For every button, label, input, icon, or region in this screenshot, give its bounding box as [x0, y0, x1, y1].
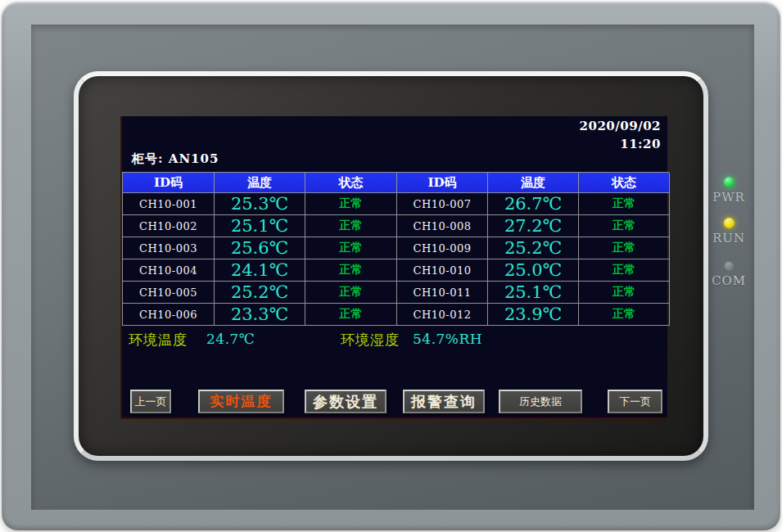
- table-header-cell: 状态: [579, 173, 670, 193]
- table-cell-status: 正常: [305, 215, 397, 237]
- realtime-temp-tab-button[interactable]: 实时温度: [198, 390, 284, 413]
- table-cell-id: CH10-008: [397, 215, 488, 237]
- led-block-com: COM: [704, 260, 753, 288]
- table-cell-id: CH10-003: [123, 237, 215, 259]
- table-cell-id: CH10-011: [397, 282, 488, 304]
- table-cell-status: 正常: [579, 193, 670, 215]
- table-cell-temp: 25.1℃: [215, 215, 305, 237]
- ambient-temp-label: 环境温度: [129, 331, 188, 349]
- table-header-cell: 状态: [305, 173, 397, 193]
- table-cell-status: 正常: [579, 304, 670, 326]
- table-header-cell: 温度: [488, 173, 579, 193]
- table-cell-temp: 24.1℃: [215, 259, 305, 282]
- table-cell-status: 正常: [305, 282, 397, 304]
- table-cell-id: CH10-005: [123, 282, 215, 304]
- table-cell-id: CH10-009: [397, 237, 488, 259]
- table-cell-status: 正常: [579, 282, 670, 304]
- table-cell-temp: 23.9℃: [488, 304, 579, 326]
- ambient-humidity-value: 54.7%RH: [413, 331, 482, 347]
- table-header-cell: ID码: [123, 173, 215, 193]
- table-cell-status: 正常: [305, 304, 397, 326]
- run-led-indicator: [724, 218, 735, 228]
- table-cell-status: 正常: [305, 237, 397, 259]
- table-cell-id: CH10-007: [397, 193, 488, 215]
- com-led-label: COM: [704, 273, 753, 288]
- history-data-button[interactable]: 历史数据: [499, 390, 582, 413]
- table-cell-status: 正常: [579, 215, 670, 237]
- hmi-device-chassis: PWR RUN COM 2020/09/02 11:20 柜号: AN105 I…: [2, 2, 780, 530]
- touchscreen-display[interactable]: 2020/09/02 11:20 柜号: AN105 ID码 温度 状态 ID码…: [120, 116, 667, 419]
- prev-page-button[interactable]: 上一页: [130, 390, 171, 413]
- table-cell-temp: 27.2℃: [488, 215, 579, 237]
- table-cell-status: 正常: [305, 259, 397, 282]
- ambient-temp-value: 24.7℃: [206, 331, 255, 347]
- table-cell-status: 正常: [579, 237, 670, 259]
- table-cell-temp: 25.6℃: [215, 237, 305, 259]
- run-led-label: RUN: [704, 231, 753, 246]
- table-cell-temp: 25.0℃: [488, 259, 579, 282]
- table-cell-id: CH10-004: [123, 259, 215, 282]
- table-cell-temp: 25.1℃: [488, 282, 579, 304]
- table-header-cell: ID码: [397, 173, 488, 193]
- table-cell-id: CH10-012: [397, 304, 488, 326]
- parameter-settings-button[interactable]: 参数设置: [305, 390, 386, 413]
- cabinet-id-label: 柜号: AN105: [132, 151, 219, 167]
- table-cell-status: 正常: [579, 259, 670, 282]
- next-page-button[interactable]: 下一页: [608, 390, 662, 413]
- pwr-led-indicator: [724, 177, 735, 187]
- ambient-humidity-label: 环境湿度: [341, 331, 400, 349]
- table-cell-id: CH10-006: [123, 304, 215, 326]
- table-cell-temp: 26.7℃: [488, 193, 579, 215]
- table-cell-id: CH10-001: [123, 193, 215, 215]
- temperature-table: ID码 温度 状态 ID码 温度 状态 CH10-001 25.3℃ 正常 CH…: [122, 172, 669, 326]
- led-block-pwr: PWR: [704, 177, 753, 205]
- date-readout: 2020/09/02: [580, 119, 661, 133]
- time-readout: 11:20: [620, 137, 661, 151]
- table-cell-status: 正常: [305, 193, 397, 215]
- table-header-cell: 温度: [215, 173, 305, 193]
- table-cell-temp: 25.2℃: [488, 237, 579, 259]
- table-cell-temp: 25.3℃: [215, 193, 305, 215]
- table-cell-id: CH10-010: [397, 259, 488, 282]
- alarm-query-button[interactable]: 报警查询: [403, 390, 485, 413]
- com-led-indicator: [724, 260, 735, 271]
- led-block-run: RUN: [704, 218, 753, 246]
- table-cell-temp: 25.2℃: [215, 282, 305, 304]
- table-cell-id: CH10-002: [123, 215, 215, 237]
- pwr-led-label: PWR: [704, 190, 753, 205]
- table-cell-temp: 23.3℃: [215, 304, 305, 326]
